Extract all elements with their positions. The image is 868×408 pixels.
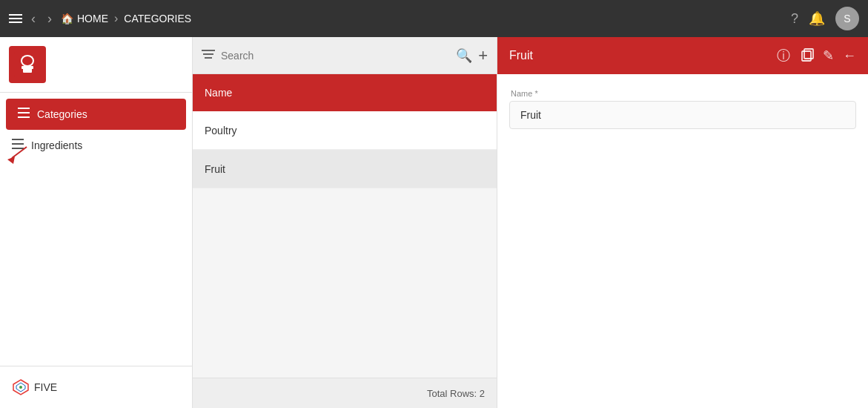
detail-title: Fruit <box>509 49 768 62</box>
forward-arrow[interactable]: › <box>44 8 55 30</box>
arrow-annotation <box>4 143 34 165</box>
notifications-icon[interactable]: 🔔 <box>809 10 825 27</box>
chef-logo-svg <box>14 51 41 78</box>
svg-rect-8 <box>12 139 24 140</box>
five-label: FIVE <box>34 381 57 393</box>
detail-copy-icon[interactable] <box>799 47 814 65</box>
hamburger-menu[interactable] <box>9 14 22 23</box>
home-link[interactable]: 🏠 HOME <box>61 13 108 24</box>
table-rows: Poultry Fruit <box>193 111 497 378</box>
nav-categories-label: CATEGORIES <box>124 13 191 24</box>
detail-panel: Fruit ⓘ ✎ ← Name * <box>497 37 868 408</box>
row-name-poultry: Poultry <box>205 125 237 136</box>
total-rows-label: Total Rows: 2 <box>427 388 485 399</box>
filter-icon <box>202 49 215 62</box>
home-icon: 🏠 <box>61 13 73 24</box>
table-footer: Total Rows: 2 <box>193 378 497 408</box>
svg-rect-7 <box>18 116 30 118</box>
ingredients-label: Ingredients <box>31 139 82 151</box>
svg-rect-5 <box>18 108 30 109</box>
table-row[interactable]: Poultry <box>193 111 497 150</box>
detail-header: Fruit ⓘ ✎ ← <box>497 37 868 74</box>
table-header: Name <box>193 74 497 111</box>
five-logo-icon <box>12 378 30 396</box>
detail-back-icon[interactable]: ← <box>843 48 856 64</box>
search-bar: 🔍 + <box>193 37 497 74</box>
svg-point-15 <box>19 386 22 389</box>
table-row[interactable]: Fruit <box>193 150 497 188</box>
nav-separator: › <box>114 12 118 25</box>
ingredients-wrapper: Ingredients <box>0 130 192 161</box>
name-field: Name * <box>509 89 856 129</box>
svg-rect-20 <box>804 49 813 59</box>
svg-rect-19 <box>802 51 811 61</box>
search-input[interactable] <box>221 50 450 62</box>
sidebar-logo-area <box>0 37 192 93</box>
app-logo <box>9 46 46 83</box>
sidebar-item-categories[interactable]: Categories <box>6 99 186 130</box>
home-label: HOME <box>77 13 108 24</box>
sidebar: Categories Ingredients <box>0 37 193 408</box>
name-field-input[interactable] <box>509 101 856 129</box>
sidebar-navigation: Categories Ingredients <box>0 93 192 366</box>
search-magnify-icon[interactable]: 🔍 <box>456 47 472 64</box>
detail-edit-icon[interactable]: ✎ <box>823 47 834 64</box>
categories-label: Categories <box>37 108 87 120</box>
user-avatar[interactable]: S <box>835 7 859 30</box>
top-navigation: ‹ › 🏠 HOME › CATEGORIES ? 🔔 S <box>0 0 868 37</box>
name-column-header: Name <box>205 87 485 99</box>
categories-icon <box>18 108 30 121</box>
row-name-fruit: Fruit <box>205 163 225 175</box>
sidebar-footer: FIVE <box>0 366 192 408</box>
main-layout: Categories Ingredients <box>0 37 868 408</box>
detail-body: Name * <box>497 74 868 408</box>
list-panel: 🔍 + Name Poultry Fruit Total Rows: 2 <box>193 37 497 408</box>
svg-rect-4 <box>23 68 32 73</box>
svg-rect-6 <box>18 112 30 113</box>
add-record-icon[interactable]: + <box>478 46 488 65</box>
svg-marker-12 <box>7 157 15 164</box>
svg-line-11 <box>12 147 27 158</box>
svg-point-2 <box>22 56 33 65</box>
name-field-label: Name * <box>509 89 856 98</box>
help-icon[interactable]: ? <box>791 11 798 27</box>
detail-info-icon[interactable]: ⓘ <box>777 47 790 65</box>
back-arrow[interactable]: ‹ <box>28 8 39 30</box>
